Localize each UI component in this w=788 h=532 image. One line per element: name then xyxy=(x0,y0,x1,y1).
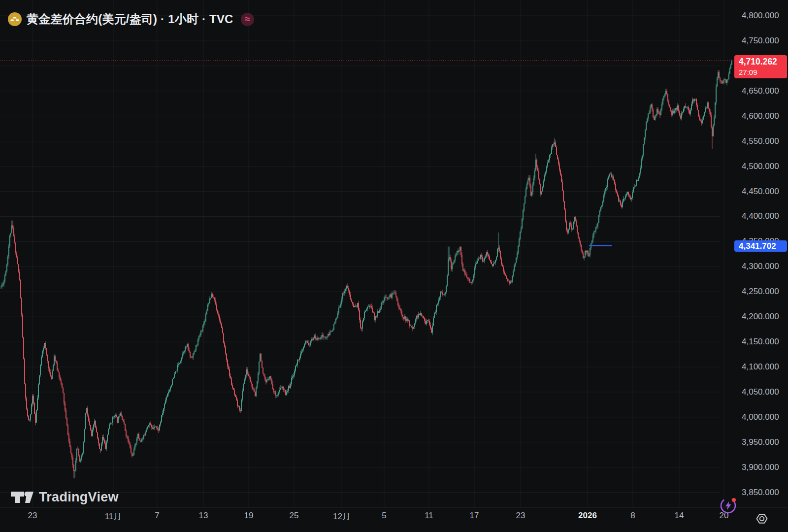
price-tick-label: 4,150.000 xyxy=(742,337,779,347)
time-tick-label: 23 xyxy=(516,511,525,521)
time-tick-label: 2026 xyxy=(578,511,597,521)
price-tick-label: 4,550.000 xyxy=(742,136,779,146)
price-tick-label: 4,300.000 xyxy=(742,262,779,271)
price-tick-label: 4,050.000 xyxy=(742,387,779,397)
time-tick-label: 11 xyxy=(425,511,433,521)
time-tick-label: 7 xyxy=(155,511,159,521)
price-tick-label: 4,800.000 xyxy=(742,11,779,21)
last-price-value: 4,710.262 xyxy=(739,56,787,67)
approx-equal-icon: ≈ xyxy=(241,13,254,26)
price-tick-label: 4,100.000 xyxy=(742,362,779,372)
price-tick-label: 3,850.000 xyxy=(742,488,779,498)
time-tick-label: 14 xyxy=(675,511,684,521)
tradingview-logo[interactable]: TradingView xyxy=(11,490,119,505)
price-tick-label: 3,900.000 xyxy=(742,463,779,472)
time-tick-label: 25 xyxy=(290,511,299,521)
time-tick-label: 19 xyxy=(244,511,254,521)
tradingview-logo-mark xyxy=(11,491,33,503)
notification-dot xyxy=(732,498,736,502)
tradingview-chart-window: { "header": { "title": "黄金差价合约(美元/盎司) · … xyxy=(0,0,788,532)
price-tick-label: 4,000.000 xyxy=(742,412,779,422)
alert-price-badge: 4,341.702 xyxy=(734,240,787,252)
price-tick-label: 4,650.000 xyxy=(742,86,779,96)
price-chart[interactable] xyxy=(0,0,788,532)
gear-icon[interactable] xyxy=(755,512,768,525)
time-tick-label: 11月 xyxy=(105,511,122,522)
price-tick-label: 4,250.000 xyxy=(742,287,779,297)
price-tick-label: 4,600.000 xyxy=(742,111,779,121)
price-tick-label: 4,750.000 xyxy=(742,36,779,46)
time-tick-label: 23 xyxy=(28,511,37,521)
time-tick-label: 13 xyxy=(199,511,208,521)
price-tick-label: 4,500.000 xyxy=(742,162,779,171)
symbol-header[interactable]: 黄金差价合约(美元/盎司) · 1小时 · TVC ≈ xyxy=(8,11,254,27)
price-tick-label: 4,400.000 xyxy=(742,211,779,221)
price-tick-label: 4,450.000 xyxy=(742,187,779,197)
time-tick-label: 8 xyxy=(630,511,635,521)
bar-countdown: 27:09 xyxy=(739,67,787,77)
lightning-icon[interactable] xyxy=(719,497,737,515)
tradingview-logo-text: TradingView xyxy=(39,490,119,505)
time-tick-label: 12月 xyxy=(333,511,351,522)
price-tick-label: 4,200.000 xyxy=(742,312,779,322)
approx-glyph: ≈ xyxy=(245,14,250,25)
price-tick-label: 3,950.000 xyxy=(742,437,779,447)
gold-bars-icon xyxy=(8,12,22,26)
symbol-title: 黄金差价合约(美元/盎司) · 1小时 · TVC xyxy=(27,11,233,27)
time-tick-label: 17 xyxy=(470,511,479,521)
time-tick-label: 5 xyxy=(382,511,386,521)
last-price-badge: 4,710.262 27:09 xyxy=(734,55,787,78)
alert-price-value: 4,341.702 xyxy=(739,241,776,251)
